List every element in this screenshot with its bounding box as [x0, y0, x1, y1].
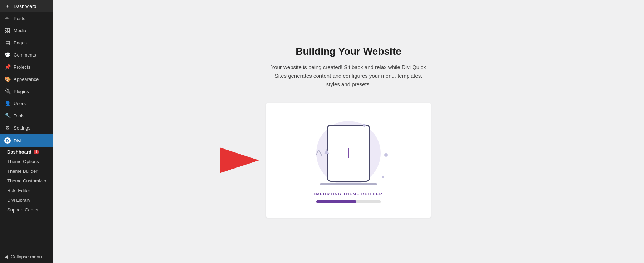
sidebar-item-label: Posts: [14, 16, 25, 21]
sidebar-item-label: Comments: [14, 52, 36, 58]
tools-icon: 🔧: [4, 113, 11, 118]
sidebar-item-dashboard[interactable]: ⊞ Dashboard: [0, 0, 53, 12]
sidebar-item-comments[interactable]: 💬 Comments: [0, 49, 53, 61]
sidebar-item-label: Tools: [14, 113, 24, 118]
sidebar-item-label: Media: [14, 28, 26, 33]
main-content: Building Your Website Your website is be…: [53, 0, 644, 263]
sidebar-item-posts[interactable]: ✏ Posts: [0, 12, 53, 24]
media-icon: 🖼: [4, 28, 11, 33]
dashboard-badge: 1: [34, 150, 39, 154]
sidebar-item-label: Dashboard: [14, 4, 36, 9]
illus-base: [320, 183, 377, 185]
sidebar-item-label: Users: [14, 101, 26, 106]
sidebar-item-label: Plugins: [14, 89, 29, 94]
sidebar-item-label: Pages: [14, 40, 27, 45]
dashboard-icon: ⊞: [4, 3, 11, 9]
illustration: [306, 117, 391, 189]
sidebar-item-label: Appearance: [14, 77, 39, 82]
page-subtitle: Your website is being created! Sit back …: [270, 63, 427, 89]
status-label: IMPORTING THEME BUILDER: [314, 192, 382, 196]
sidebar-item-plugins[interactable]: 🔌 Plugins: [0, 85, 53, 97]
sidebar-item-role-editor[interactable]: Role Editor: [0, 186, 53, 195]
sidebar-item-theme-builder[interactable]: Theme Builder: [0, 166, 53, 176]
divi-dashboard-label: Dashboard: [7, 149, 31, 155]
collapse-menu-button[interactable]: ◀ Collapse menu: [0, 250, 53, 263]
collapse-label: Collapse menu: [11, 254, 42, 259]
sidebar-item-users[interactable]: 👤 Users: [0, 97, 53, 109]
divi-header-label: Divi: [14, 138, 21, 143]
dot-1: [363, 124, 366, 127]
arrow-container: [220, 147, 259, 173]
pages-icon: ▤: [4, 40, 11, 45]
tri-1: [316, 150, 322, 156]
divi-submenu: D Divi Dashboard 1 Theme Options Theme B…: [0, 134, 53, 215]
sidebar-item-settings[interactable]: ⚙ Settings: [0, 122, 53, 134]
divi-menu-header[interactable]: D Divi: [0, 134, 53, 147]
device-cursor: [348, 148, 349, 158]
arrow-right-icon: [220, 147, 259, 173]
progress-bar-fill: [316, 200, 356, 203]
sidebar-item-media[interactable]: 🖼 Media: [0, 24, 53, 36]
sidebar-item-projects[interactable]: 📌 Projects: [0, 61, 53, 73]
plugins-icon: 🔌: [4, 88, 11, 94]
sidebar-item-pages[interactable]: ▤ Pages: [0, 36, 53, 49]
role-editor-label: Role Editor: [7, 188, 30, 193]
collapse-icon: ◀: [4, 254, 8, 259]
settings-icon: ⚙: [4, 125, 11, 131]
comments-icon: 💬: [4, 52, 11, 58]
sidebar-item-divi-library[interactable]: Divi Library: [0, 195, 53, 205]
illus-device: [327, 125, 370, 182]
divi-library-label: Divi Library: [7, 198, 30, 203]
divi-logo-icon: D: [4, 137, 11, 144]
theme-customizer-label: Theme Customizer: [7, 178, 47, 184]
support-center-label: Support Center: [7, 207, 39, 213]
users-icon: 👤: [4, 101, 11, 106]
tri-2: [324, 149, 329, 154]
theme-options-label: Theme Options: [7, 159, 39, 164]
building-card: IMPORTING THEME BUILDER: [266, 103, 431, 218]
projects-icon: 📌: [4, 64, 11, 70]
sidebar-item-tools[interactable]: 🔧 Tools: [0, 109, 53, 122]
sidebar-item-theme-options[interactable]: Theme Options: [0, 157, 53, 166]
svg-marker-0: [316, 150, 322, 156]
appearance-icon: 🎨: [4, 76, 11, 82]
sidebar-item-divi-dashboard[interactable]: Dashboard 1: [0, 147, 53, 157]
sidebar-item-support-center[interactable]: Support Center: [0, 205, 53, 215]
sidebar-item-theme-customizer[interactable]: Theme Customizer: [0, 176, 53, 186]
sidebar-item-label: Projects: [14, 64, 30, 70]
progress-bar-track: [316, 200, 381, 203]
dot-2: [384, 153, 388, 157]
svg-marker-1: [324, 149, 329, 154]
sidebar-item-label: Settings: [14, 125, 30, 131]
sidebar-item-appearance[interactable]: 🎨 Appearance: [0, 73, 53, 85]
posts-icon: ✏: [4, 15, 11, 21]
page-title: Building Your Website: [296, 46, 401, 57]
theme-builder-label: Theme Builder: [7, 169, 38, 174]
sidebar: ⊞ Dashboard ✏ Posts 🖼 Media ▤ Pages 💬 Co…: [0, 0, 53, 263]
dot-3: [382, 176, 384, 178]
